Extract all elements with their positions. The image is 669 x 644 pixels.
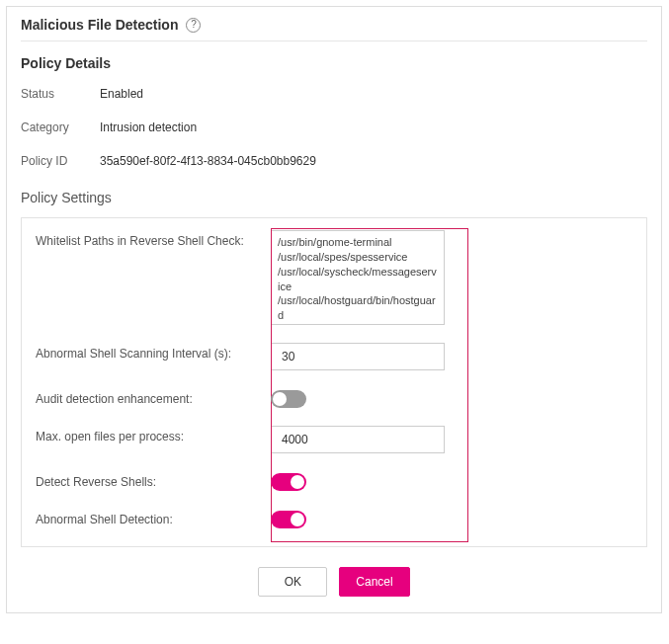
help-icon[interactable]: ? <box>186 18 201 33</box>
whitelist-row: Whitelist Paths in Reverse Shell Check: <box>36 230 632 325</box>
policy-id-label: Policy ID <box>21 154 100 168</box>
audit-enhancement-row: Audit detection enhancement: <box>36 388 632 408</box>
policy-id-value: 35a590ef-80f2-4f13-8834-045cb0bb9629 <box>100 154 316 168</box>
abnormal-shell-detection-toggle[interactable] <box>271 511 306 528</box>
policy-panel: Malicious File Detection ? Policy Detail… <box>6 6 662 613</box>
audit-enhancement-toggle[interactable] <box>271 390 306 408</box>
detect-reverse-shells-toggle[interactable] <box>271 473 306 491</box>
panel-header: Malicious File Detection ? <box>21 7 647 41</box>
detect-reverse-shells-label: Detect Reverse Shells: <box>36 471 271 489</box>
category-label: Category <box>21 121 100 134</box>
max-open-files-row: Max. open files per process: <box>36 426 632 453</box>
status-row: Status Enabled <box>21 87 647 101</box>
category-value: Intrusion detection <box>100 121 197 134</box>
max-open-files-label: Max. open files per process: <box>36 426 271 443</box>
policy-details-heading: Policy Details <box>21 55 647 71</box>
max-open-files-input[interactable] <box>271 426 445 453</box>
scan-interval-input[interactable] <box>271 343 445 370</box>
whitelist-paths-input[interactable] <box>271 230 445 325</box>
policy-settings-box: Whitelist Paths in Reverse Shell Check: … <box>21 217 647 547</box>
status-label: Status <box>21 87 100 101</box>
policy-id-row: Policy ID 35a590ef-80f2-4f13-8834-045cb0… <box>21 154 647 168</box>
scan-interval-row: Abnormal Shell Scanning Interval (s): <box>36 343 632 370</box>
audit-enhancement-label: Audit detection enhancement: <box>36 388 271 406</box>
dialog-buttons: OK Cancel <box>21 567 647 597</box>
cancel-button[interactable]: Cancel <box>339 567 409 597</box>
abnormal-shell-detection-label: Abnormal Shell Detection: <box>36 509 271 526</box>
policy-settings-heading: Policy Settings <box>21 190 647 205</box>
whitelist-label: Whitelist Paths in Reverse Shell Check: <box>36 230 271 248</box>
page-title: Malicious File Detection <box>21 17 178 33</box>
ok-button[interactable]: OK <box>258 567 327 597</box>
detect-reverse-shells-row: Detect Reverse Shells: <box>36 471 632 491</box>
abnormal-shell-detection-row: Abnormal Shell Detection: <box>36 509 632 528</box>
category-row: Category Intrusion detection <box>21 121 647 134</box>
scan-interval-label: Abnormal Shell Scanning Interval (s): <box>36 343 271 361</box>
status-value: Enabled <box>100 87 143 101</box>
